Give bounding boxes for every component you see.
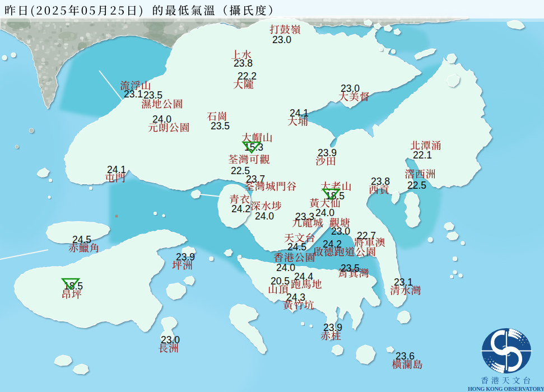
svg-text:23.3: 23.3 (295, 211, 314, 222)
svg-text:22.5: 22.5 (407, 180, 426, 191)
svg-text:24.1: 24.1 (290, 108, 309, 119)
svg-text:23.0: 23.0 (272, 34, 291, 45)
svg-text:23.6: 23.6 (396, 351, 415, 362)
svg-text:24.5: 24.5 (287, 241, 306, 253)
svg-text:24.2: 24.2 (323, 239, 342, 250)
svg-text:20.5: 20.5 (271, 276, 290, 287)
svg-text:23.1: 23.1 (124, 88, 143, 100)
svg-text:24.5: 24.5 (72, 234, 91, 245)
svg-text:23.8: 23.8 (234, 58, 253, 69)
svg-text:22.2: 22.2 (238, 71, 257, 82)
svg-text:24.0: 24.0 (276, 262, 295, 273)
svg-text:23.5: 23.5 (211, 120, 230, 132)
svg-text:23.0: 23.0 (161, 334, 180, 346)
svg-text:23.9: 23.9 (323, 322, 342, 333)
svg-text:23.9: 23.9 (176, 251, 195, 263)
svg-text:23.0: 23.0 (331, 226, 350, 237)
svg-text:23.9: 23.9 (318, 147, 337, 158)
svg-text:HONG KONG OBSERVATORY: HONG KONG OBSERVATORY (468, 386, 544, 392)
svg-text:23.0: 23.0 (341, 83, 360, 94)
svg-text:23.7: 23.7 (246, 174, 265, 185)
svg-text:23.8: 23.8 (371, 176, 390, 187)
svg-text:23.5: 23.5 (143, 90, 162, 101)
svg-text:24.1: 24.1 (107, 164, 126, 175)
svg-text:22.1: 22.1 (413, 150, 432, 161)
svg-text:24.2: 24.2 (231, 203, 250, 214)
svg-text:23.5: 23.5 (341, 263, 360, 274)
svg-text:23.1: 23.1 (394, 277, 413, 288)
svg-text:24.3: 24.3 (286, 292, 305, 303)
svg-text:24.0: 24.0 (255, 211, 274, 222)
svg-text:22.7: 22.7 (357, 230, 376, 241)
svg-text:24.0: 24.0 (152, 114, 171, 125)
svg-text:24.4: 24.4 (294, 271, 313, 282)
svg-text:24.0: 24.0 (315, 207, 334, 218)
